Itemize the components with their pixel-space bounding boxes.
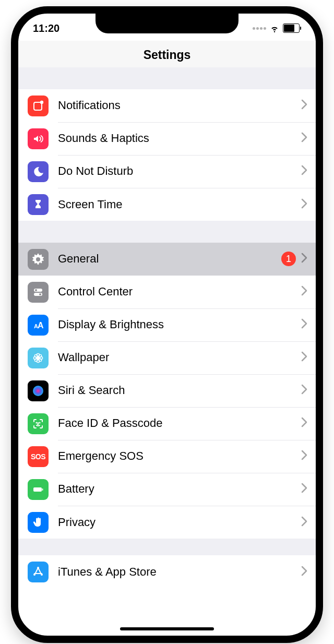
wifi-icon: [269, 23, 280, 33]
chevron-right-icon: [301, 285, 307, 298]
settings-row-label: Siri & Search: [58, 384, 301, 397]
settings-row-siri[interactable]: Siri & Search: [18, 374, 316, 407]
svg-point-3: [35, 289, 37, 291]
notification-badge-icon: [28, 96, 49, 116]
settings-list[interactable]: NotificationsSounds & HapticsDo Not Dist…: [18, 67, 316, 588]
settings-row-label: iTunes & App Store: [58, 565, 301, 579]
svg-point-5: [39, 293, 41, 295]
settings-row-screentime[interactable]: Screen Time: [18, 188, 316, 221]
home-indicator[interactable]: [120, 627, 214, 630]
chevron-right-icon: [301, 384, 307, 397]
chevron-right-icon: [301, 253, 307, 265]
hourglass-icon: [28, 194, 49, 215]
chevron-right-icon: [301, 417, 307, 430]
svg-text:A: A: [38, 321, 44, 330]
settings-row-label: Notifications: [58, 99, 301, 112]
gear-icon: [28, 249, 49, 270]
siri-icon: [28, 380, 49, 401]
settings-row-sos[interactable]: SOSEmergency SOS: [18, 440, 316, 473]
notification-badge: 1: [281, 252, 296, 266]
chevron-right-icon: [301, 516, 307, 529]
settings-row-sounds[interactable]: Sounds & Haptics: [18, 122, 316, 155]
svg-point-24: [41, 574, 42, 575]
settings-row-label: Privacy: [58, 516, 301, 529]
svg-point-1: [40, 100, 43, 103]
settings-row-dnd[interactable]: Do Not Disturb: [18, 155, 316, 188]
svg-point-18: [36, 422, 37, 423]
battery-icon: [28, 479, 49, 500]
settings-row-wallpaper[interactable]: Wallpaper: [18, 341, 316, 374]
cellular-icon: [253, 27, 266, 30]
settings-row-label: Battery: [58, 482, 301, 496]
settings-row-label: Display & Brightness: [58, 318, 301, 331]
chevron-right-icon: [301, 351, 307, 364]
settings-row-label: Screen Time: [58, 198, 301, 211]
svg-rect-20: [33, 487, 42, 492]
battery-icon: [283, 23, 301, 33]
settings-row-notifications[interactable]: Notifications: [18, 89, 316, 122]
svg-point-17: [33, 386, 43, 396]
notch: [96, 13, 238, 33]
moon-icon: [28, 161, 49, 182]
settings-row-appstore[interactable]: iTunes & App Store: [18, 555, 316, 588]
chevron-right-icon: [301, 99, 307, 112]
speaker-icon: [28, 128, 49, 149]
chevron-right-icon: [301, 483, 307, 495]
settings-row-controlcenter[interactable]: Control Center: [18, 276, 316, 308]
chevron-right-icon: [301, 318, 307, 331]
appstore-icon: [28, 562, 49, 582]
settings-row-label: General: [58, 252, 281, 266]
settings-row-label: Wallpaper: [58, 351, 301, 364]
settings-row-label: Emergency SOS: [58, 449, 301, 463]
chevron-right-icon: [301, 198, 307, 211]
svg-point-8: [37, 356, 39, 359]
settings-row-label: Face ID & Passcode: [58, 416, 301, 430]
settings-row-label: Do Not Disturb: [58, 164, 301, 178]
svg-point-19: [39, 422, 40, 423]
chevron-right-icon: [301, 450, 307, 462]
chevron-right-icon: [301, 132, 307, 145]
text-size-icon: AA: [28, 315, 49, 336]
phone-frame: 11:20 Settings NotificationsSounds & Hap…: [11, 6, 323, 643]
settings-row-battery[interactable]: Battery: [18, 473, 316, 506]
status-time: 11:20: [33, 22, 59, 34]
settings-row-privacy[interactable]: Privacy: [18, 506, 316, 539]
settings-row-faceid[interactable]: Face ID & Passcode: [18, 407, 316, 440]
svg-rect-21: [42, 488, 43, 491]
settings-row-label: Control Center: [58, 285, 301, 299]
face-id-icon: [28, 413, 49, 434]
toggles-icon: [28, 282, 49, 303]
flower-icon: [28, 348, 49, 368]
hand-icon: [28, 512, 49, 533]
svg-point-22: [38, 567, 39, 568]
sos-icon: SOS: [28, 446, 49, 467]
settings-row-display[interactable]: AADisplay & Brightness: [18, 308, 316, 341]
settings-row-general[interactable]: General1: [18, 243, 316, 276]
settings-row-label: Sounds & Haptics: [58, 132, 301, 145]
chevron-right-icon: [301, 165, 307, 177]
svg-point-23: [34, 574, 35, 575]
page-title: Settings: [18, 41, 316, 67]
chevron-right-icon: [301, 566, 307, 578]
